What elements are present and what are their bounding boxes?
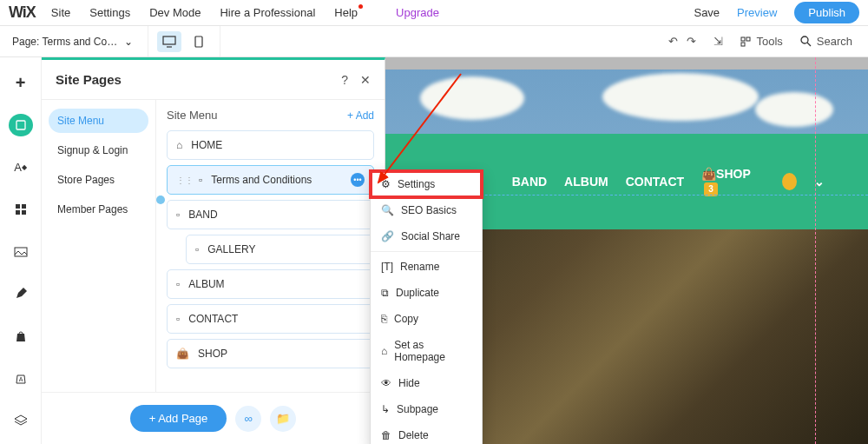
nav-devmode[interactable]: Dev Mode — [149, 6, 201, 19]
gear-icon: ⚙ — [381, 178, 391, 190]
nav-site[interactable]: Site — [51, 6, 70, 19]
panel-footer: + Add Page ∞ 📁 — [42, 392, 385, 444]
page-label: GALLERY — [207, 243, 255, 255]
page-icon: ▫ — [199, 174, 202, 186]
publish-button[interactable]: Publish — [794, 2, 859, 23]
page-contact[interactable]: ▫CONTACT — [167, 304, 374, 334]
cat-site-menu[interactable]: Site Menu — [49, 109, 148, 133]
menu-label: Copy — [394, 313, 418, 325]
menu-delete[interactable]: 🗑Delete — [371, 422, 482, 444]
cloud-decoration — [755, 92, 833, 127]
search-button[interactable]: Search — [800, 35, 852, 48]
image-icon — [14, 247, 28, 257]
bookings-rail-button[interactable]: A — [9, 367, 33, 390]
desktop-view-button[interactable] — [157, 31, 181, 52]
apps-rail-button[interactable] — [9, 198, 33, 222]
save-button[interactable]: Save — [694, 6, 720, 19]
nav-upgrade[interactable]: Upgrade — [396, 6, 439, 19]
nav-item-band[interactable]: BAND — [512, 175, 547, 189]
copy-icon: ⎘ — [381, 313, 387, 325]
menu-rename[interactable]: [T]Rename — [371, 254, 482, 280]
menu-label: Social Share — [401, 230, 460, 242]
menu-subpage[interactable]: ↳Subpage — [371, 396, 482, 422]
page-shop[interactable]: 👜SHOP — [167, 339, 374, 368]
nav-settings[interactable]: Settings — [89, 6, 130, 19]
tools-button[interactable]: Tools — [740, 35, 782, 48]
svg-rect-0 — [163, 36, 175, 44]
avatar-icon[interactable] — [782, 173, 797, 190]
redo-button[interactable]: ↷ — [687, 35, 696, 48]
page-selector[interactable]: Page: Terms and Co… ⌄ — [0, 36, 148, 48]
folder-button[interactable]: 📁 — [270, 406, 296, 432]
desktop-icon — [162, 36, 176, 48]
page-album[interactable]: ▫ALBUM — [167, 269, 374, 299]
add-element-button[interactable]: + — [9, 71, 33, 95]
nav-item-contact[interactable]: CONTACT — [626, 175, 684, 189]
menu-settings[interactable]: ⚙Settings — [371, 171, 482, 197]
top-app-bar: WiX Site Settings Dev Mode Hire a Profes… — [0, 0, 868, 26]
tools-label: Tools — [756, 35, 782, 48]
page-label: HOME — [191, 139, 222, 151]
cat-member-pages[interactable]: Member Pages — [49, 197, 148, 222]
home-icon: ⌂ — [381, 345, 387, 357]
collapse-dot-icon[interactable] — [156, 195, 165, 204]
add-page-button[interactable]: + Add Page — [130, 405, 227, 432]
pages-rail-button[interactable] — [9, 114, 33, 137]
menu-hide[interactable]: 👁Hide — [371, 370, 482, 396]
undo-button[interactable]: ↶ — [668, 35, 678, 48]
svg-rect-8 — [16, 121, 25, 129]
page-list: Site Menu + Add ⌂HOME ⋮⋮▫Terms and Condi… — [156, 100, 385, 392]
bag-icon — [16, 330, 26, 342]
bag-icon: 👜 — [176, 348, 189, 360]
drag-handle-icon[interactable]: ⋮⋮ — [176, 176, 194, 185]
add-menu-link[interactable]: + Add — [347, 109, 374, 122]
ruler — [385, 57, 868, 70]
menu-copy[interactable]: ⎘Copy — [371, 306, 482, 332]
svg-text:A: A — [18, 376, 23, 382]
pen-icon — [15, 288, 27, 300]
link-page-button[interactable]: ∞ — [235, 406, 261, 432]
svg-rect-3 — [741, 37, 745, 41]
guide-line — [815, 57, 816, 444]
zoom-out-button[interactable]: ⇲ — [713, 35, 723, 48]
page-context-menu: ⚙Settings 🔍SEO Basics 🔗Social Share [T]R… — [370, 170, 483, 444]
nav-hire[interactable]: Hire a Professional — [220, 6, 315, 19]
nav-help[interactable]: Help — [334, 6, 358, 19]
panel-body: Site Menu Signup & Login Store Pages Mem… — [42, 100, 385, 392]
page-label: Terms and Conditions — [211, 174, 312, 186]
layers-rail-button[interactable] — [9, 409, 33, 433]
svg-rect-4 — [746, 37, 750, 41]
svg-rect-11 — [16, 210, 20, 215]
page-label: ALBUM — [188, 278, 224, 290]
store-rail-button[interactable] — [9, 324, 33, 348]
share-icon: 🔗 — [381, 230, 394, 242]
tools-icon — [740, 36, 751, 47]
cloud-decoration — [420, 76, 524, 120]
menu-duplicate[interactable]: ⧉Duplicate — [371, 280, 482, 306]
nav-item-shop[interactable]: 👜SHOP3 — [701, 167, 758, 196]
theme-rail-button[interactable]: A◆ — [9, 156, 33, 179]
menu-set-homepage[interactable]: ⌂Set as Homepage — [371, 332, 482, 370]
close-icon[interactable]: ✕ — [360, 73, 371, 87]
menu-label: Hide — [398, 377, 420, 389]
page-gallery[interactable]: ▫GALLERY — [186, 235, 374, 264]
preview-button[interactable]: Preview — [737, 6, 777, 19]
help-icon[interactable]: ? — [341, 73, 348, 87]
menu-seo-basics[interactable]: 🔍SEO Basics — [371, 197, 482, 223]
cat-store-pages[interactable]: Store Pages — [49, 168, 148, 192]
chevron-down-icon: ⌄ — [124, 36, 133, 48]
home-icon: ⌂ — [176, 139, 182, 151]
page-band[interactable]: ▫BAND — [167, 200, 374, 229]
cat-signup-login[interactable]: Signup & Login — [49, 138, 148, 162]
page-terms-and-conditions[interactable]: ⋮⋮▫Terms and Conditions••• — [167, 165, 374, 195]
nav-item-album[interactable]: ALBUM — [564, 175, 608, 189]
svg-point-6 — [801, 36, 808, 43]
media-rail-button[interactable] — [9, 240, 33, 263]
page-home[interactable]: ⌂HOME — [167, 130, 374, 160]
layers-icon — [14, 414, 28, 427]
page-more-button[interactable]: ••• — [351, 173, 365, 187]
page-icon: ▫ — [195, 243, 199, 255]
menu-social-share[interactable]: 🔗Social Share — [371, 223, 482, 249]
mobile-view-button[interactable] — [187, 31, 211, 52]
blog-rail-button[interactable] — [9, 282, 33, 306]
